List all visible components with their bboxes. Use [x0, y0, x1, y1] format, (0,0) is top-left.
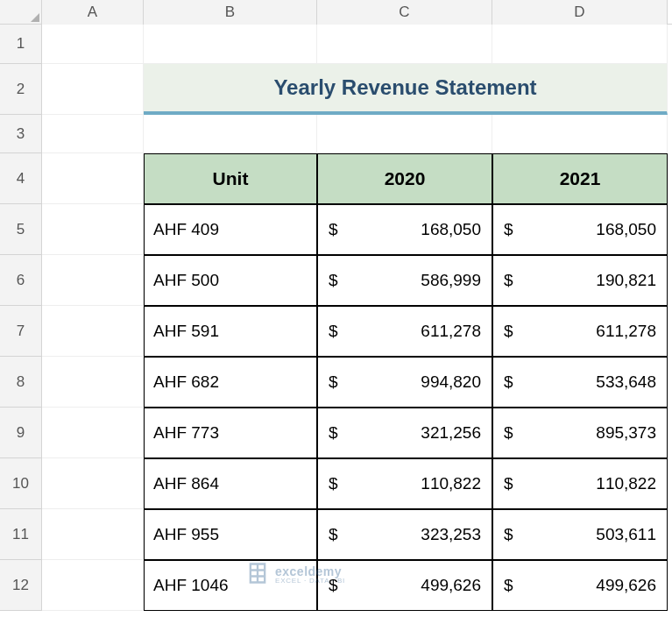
cell-2020-5[interactable]: $110,822: [317, 458, 492, 509]
row-2: 2 Yearly Revenue Statement: [0, 64, 672, 115]
row-header-7[interactable]: 7: [0, 306, 42, 357]
value: 499,626: [596, 576, 656, 595]
cell-2021-2[interactable]: $611,278: [492, 306, 668, 357]
cell-A9[interactable]: [42, 408, 144, 458]
spreadsheet-icon: [245, 561, 270, 588]
row-header-8[interactable]: 8: [0, 357, 42, 408]
cell-unit-2[interactable]: AHF 591: [144, 306, 317, 357]
cell-A11[interactable]: [42, 509, 144, 560]
cell-A12[interactable]: [42, 560, 144, 611]
cell-A6[interactable]: [42, 255, 144, 306]
currency-symbol: $: [504, 576, 513, 595]
row-header-4[interactable]: 4: [0, 153, 42, 204]
currency-symbol: $: [504, 525, 513, 544]
cell-C1[interactable]: [317, 25, 492, 64]
cell-2021-0[interactable]: $168,050: [492, 204, 668, 255]
header-2021[interactable]: 2021: [492, 153, 668, 204]
cell-2020-3[interactable]: $994,820: [317, 357, 492, 408]
row-header-6[interactable]: 6: [0, 255, 42, 306]
watermark-text: exceldemy EXCEL · DATA · BI: [275, 565, 345, 585]
cell-A7[interactable]: [42, 306, 144, 357]
cell-unit-6[interactable]: AHF 955: [144, 509, 317, 560]
row-9: 9 AHF 773 $321,256 $895,373: [0, 408, 672, 458]
value: 503,611: [596, 525, 656, 544]
row-1: 1: [0, 25, 672, 64]
currency-symbol: $: [504, 372, 513, 392]
value: 499,626: [421, 576, 481, 595]
row-8: 8 AHF 682 $994,820 $533,648: [0, 357, 672, 408]
row-header-11[interactable]: 11: [0, 509, 42, 560]
currency-symbol: $: [504, 322, 513, 341]
value: 168,050: [421, 220, 481, 239]
header-unit[interactable]: Unit: [144, 153, 317, 204]
value: 994,820: [421, 372, 481, 392]
cell-A3[interactable]: [42, 115, 144, 153]
value: 533,648: [596, 372, 656, 392]
cell-unit-3[interactable]: AHF 682: [144, 357, 317, 408]
cell-2021-6[interactable]: $503,611: [492, 509, 668, 560]
cell-A8[interactable]: [42, 357, 144, 408]
row-header-10[interactable]: 10: [0, 458, 42, 509]
cell-2021-5[interactable]: $110,822: [492, 458, 668, 509]
watermark-brand: exceldemy: [275, 565, 345, 578]
value: 323,253: [421, 525, 481, 544]
cell-2020-6[interactable]: $323,253: [317, 509, 492, 560]
value: 611,278: [421, 322, 481, 341]
cell-A1[interactable]: [42, 25, 144, 64]
col-header-A[interactable]: A: [42, 0, 144, 25]
cell-B3[interactable]: [144, 115, 317, 153]
cell-A10[interactable]: [42, 458, 144, 509]
cell-2021-3[interactable]: $533,648: [492, 357, 668, 408]
row-7: 7 AHF 591 $611,278 $611,278: [0, 306, 672, 357]
cell-A5[interactable]: [42, 204, 144, 255]
cell-2021-1[interactable]: $190,821: [492, 255, 668, 306]
currency-symbol: $: [329, 220, 338, 239]
value: 895,373: [596, 423, 656, 443]
watermark: exceldemy EXCEL · DATA · BI: [245, 561, 345, 588]
row-header-9[interactable]: 9: [0, 408, 42, 458]
cell-C3[interactable]: [317, 115, 492, 153]
value: 168,050: [596, 220, 656, 239]
title-cell[interactable]: Yearly Revenue Statement: [144, 64, 668, 115]
row-header-1[interactable]: 1: [0, 25, 42, 64]
cell-2020-4[interactable]: $321,256: [317, 408, 492, 458]
row-6: 6 AHF 500 $586,999 $190,821: [0, 255, 672, 306]
col-header-D[interactable]: D: [492, 0, 668, 25]
cell-2021-7[interactable]: $499,626: [492, 560, 668, 611]
cell-unit-5[interactable]: AHF 864: [144, 458, 317, 509]
cell-A4[interactable]: [42, 153, 144, 204]
spreadsheet: A B C D 1 2 Yearly Revenue Statement 3 4…: [0, 0, 672, 617]
cell-2020-2[interactable]: $611,278: [317, 306, 492, 357]
cell-A2[interactable]: [42, 64, 144, 115]
value: 611,278: [596, 322, 656, 341]
row-header-3[interactable]: 3: [0, 115, 42, 153]
value: 190,821: [596, 271, 656, 290]
currency-symbol: $: [329, 372, 338, 392]
cell-D3[interactable]: [492, 115, 668, 153]
value: 586,999: [421, 271, 481, 290]
currency-symbol: $: [504, 220, 513, 239]
cell-2020-0[interactable]: $168,050: [317, 204, 492, 255]
col-header-B[interactable]: B: [144, 0, 317, 25]
value: 321,256: [421, 423, 481, 443]
row-header-12[interactable]: 12: [0, 560, 42, 611]
watermark-tag: EXCEL · DATA · BI: [275, 578, 345, 585]
cell-unit-4[interactable]: AHF 773: [144, 408, 317, 458]
cell-D1[interactable]: [492, 25, 668, 64]
cell-B1[interactable]: [144, 25, 317, 64]
row-header-5[interactable]: 5: [0, 204, 42, 255]
row-header-2[interactable]: 2: [0, 64, 42, 115]
row-5: 5 AHF 409 $168,050 $168,050: [0, 204, 672, 255]
currency-symbol: $: [329, 322, 338, 341]
column-headers: A B C D: [0, 0, 672, 25]
currency-symbol: $: [504, 423, 513, 443]
header-2020[interactable]: 2020: [317, 153, 492, 204]
value: 110,822: [596, 474, 656, 493]
cell-2021-4[interactable]: $895,373: [492, 408, 668, 458]
cell-2020-1[interactable]: $586,999: [317, 255, 492, 306]
select-all-corner[interactable]: [0, 0, 42, 25]
currency-symbol: $: [329, 474, 338, 493]
cell-unit-0[interactable]: AHF 409: [144, 204, 317, 255]
col-header-C[interactable]: C: [317, 0, 492, 25]
cell-unit-1[interactable]: AHF 500: [144, 255, 317, 306]
